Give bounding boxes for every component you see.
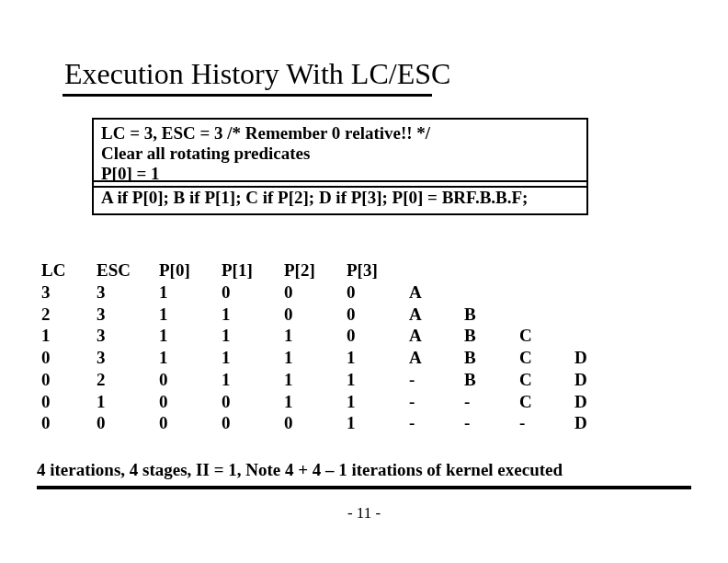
col-header (464, 259, 519, 282)
cell: 1 (97, 391, 159, 413)
cell: 1 (159, 282, 222, 304)
col-header: P[1] (222, 259, 284, 282)
cell: 0 (41, 369, 97, 391)
table-row: 1 3 1 1 1 0 A B C (41, 325, 630, 347)
cell: 1 (222, 369, 284, 391)
table-row: 0 1 0 0 1 1 - - C D (41, 391, 630, 413)
cell: 0 (222, 391, 284, 413)
cell: B (464, 369, 519, 391)
cell: - (519, 412, 574, 434)
table-header-row: LC ESC P[0] P[1] P[2] P[3] (41, 259, 630, 282)
table-row: 2 3 1 1 0 0 A B (41, 304, 630, 326)
cell: 1 (222, 325, 284, 347)
setup-line-1: LC = 3, ESC = 3 /* Remember 0 relative!!… (101, 123, 579, 144)
cell: 0 (347, 282, 409, 304)
cell: - (464, 391, 519, 413)
cell (464, 282, 519, 304)
table-row: 0 0 0 0 0 1 - - - D (41, 412, 630, 434)
cell (519, 282, 574, 304)
cell: 3 (41, 282, 97, 304)
cell: 1 (159, 347, 222, 369)
cell: 0 (222, 412, 284, 434)
cell: 1 (347, 391, 409, 413)
execution-table: LC ESC P[0] P[1] P[2] P[3] 3 3 1 0 0 0 A (41, 259, 630, 434)
cell: - (409, 391, 464, 413)
slide-title: Execution History With LC/ESC (64, 57, 450, 91)
col-header (409, 259, 464, 282)
cell: B (464, 304, 519, 326)
cell: A (409, 282, 464, 304)
table-row: 0 2 0 1 1 1 - B C D (41, 369, 630, 391)
footnote: 4 iterations, 4 stages, II = 1, Note 4 +… (37, 460, 691, 480)
cell: 0 (284, 304, 347, 326)
cell: 1 (222, 347, 284, 369)
cell: - (409, 412, 464, 434)
col-header: LC (41, 259, 97, 282)
cell: 0 (159, 391, 222, 413)
cell (574, 304, 630, 326)
cell: 3 (97, 325, 159, 347)
col-header: P[3] (347, 259, 409, 282)
loop-body-box: A if P[0]; B if P[1]; C if P[2]; D if P[… (92, 180, 588, 215)
cell: A (409, 304, 464, 326)
title-underline (63, 94, 432, 97)
cell: 0 (284, 282, 347, 304)
cell: D (574, 391, 630, 413)
cell: - (409, 369, 464, 391)
col-header: ESC (97, 259, 159, 282)
cell: C (519, 369, 574, 391)
cell: 1 (159, 304, 222, 326)
cell: - (464, 412, 519, 434)
col-header: P[0] (159, 259, 222, 282)
cell: D (574, 412, 630, 434)
cell: C (519, 347, 574, 369)
cell: 1 (159, 325, 222, 347)
cell (574, 282, 630, 304)
cell (519, 304, 574, 326)
cell: B (464, 325, 519, 347)
cell: 1 (284, 347, 347, 369)
cell: 2 (97, 369, 159, 391)
cell: 0 (159, 369, 222, 391)
cell: 3 (97, 304, 159, 326)
cell: 0 (284, 412, 347, 434)
slide: Execution History With LC/ESC LC = 3, ES… (0, 0, 728, 563)
cell: 0 (97, 412, 159, 434)
table-row: 0 3 1 1 1 1 A B C D (41, 347, 630, 369)
cell: 2 (41, 304, 97, 326)
cell: 3 (97, 347, 159, 369)
setup-box: LC = 3, ESC = 3 /* Remember 0 relative!!… (92, 118, 588, 188)
cell: 0 (347, 325, 409, 347)
cell: 1 (41, 325, 97, 347)
cell: 1 (347, 369, 409, 391)
cell: 0 (159, 412, 222, 434)
col-header (519, 259, 574, 282)
cell: 1 (284, 325, 347, 347)
cell: D (574, 369, 630, 391)
footer-rule (37, 486, 691, 489)
cell: B (464, 347, 519, 369)
page-number: - 11 - (0, 504, 728, 523)
setup-line-2: Clear all rotating predicates (101, 144, 579, 164)
cell: 1 (284, 369, 347, 391)
cell: A (409, 347, 464, 369)
cell: 1 (347, 347, 409, 369)
cell: C (519, 391, 574, 413)
table-row: 3 3 1 0 0 0 A (41, 282, 630, 304)
cell: 0 (41, 347, 97, 369)
cell (574, 325, 630, 347)
cell: 3 (97, 282, 159, 304)
col-header: P[2] (284, 259, 347, 282)
cell: A (409, 325, 464, 347)
cell: 1 (284, 391, 347, 413)
cell: 0 (347, 304, 409, 326)
cell: D (574, 347, 630, 369)
cell: C (519, 325, 574, 347)
cell: 1 (222, 304, 284, 326)
cell: 1 (347, 412, 409, 434)
col-header (574, 259, 630, 282)
cell: 0 (222, 282, 284, 304)
cell: 0 (41, 412, 97, 434)
cell: 0 (41, 391, 97, 413)
